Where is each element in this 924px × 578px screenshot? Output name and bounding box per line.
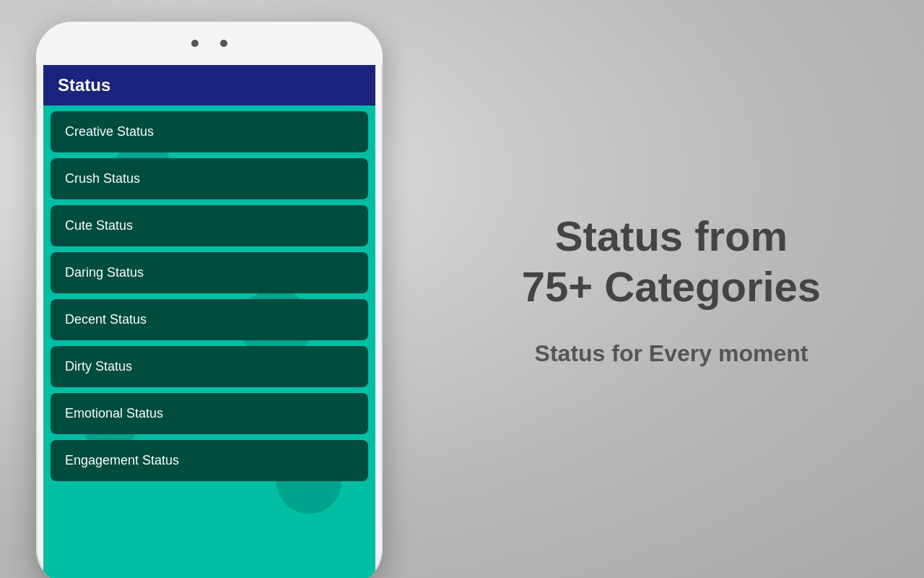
subheadline: Status for Every moment	[535, 340, 808, 367]
app-title: Status	[58, 75, 110, 95]
left-section: Status Creative StatusCrush StatusCute S…	[0, 0, 419, 578]
menu-item-3[interactable]: Daring Status	[51, 252, 368, 293]
menu-item-6[interactable]: Emotional Status	[51, 393, 368, 434]
phone-dot-right	[220, 40, 227, 47]
app-header: Status	[43, 65, 375, 105]
menu-item-4[interactable]: Decent Status	[51, 299, 368, 340]
right-section: Status from75+ Categories Status for Eve…	[419, 0, 924, 578]
phone-screen: Status Creative StatusCrush StatusCute S…	[43, 65, 375, 578]
menu-item-5[interactable]: Dirty Status	[51, 346, 368, 387]
menu-list: Creative StatusCrush StatusCute StatusDa…	[43, 105, 375, 487]
phone-mockup: Status Creative StatusCrush StatusCute S…	[36, 22, 383, 578]
menu-item-1[interactable]: Crush Status	[51, 158, 368, 199]
menu-item-7[interactable]: Engagement Status	[51, 440, 368, 481]
phone-top	[36, 22, 383, 65]
menu-item-0[interactable]: Creative Status	[51, 111, 368, 152]
headline: Status from75+ Categories	[522, 211, 821, 311]
menu-item-2[interactable]: Cute Status	[51, 205, 368, 246]
phone-dot-left	[191, 40, 199, 47]
